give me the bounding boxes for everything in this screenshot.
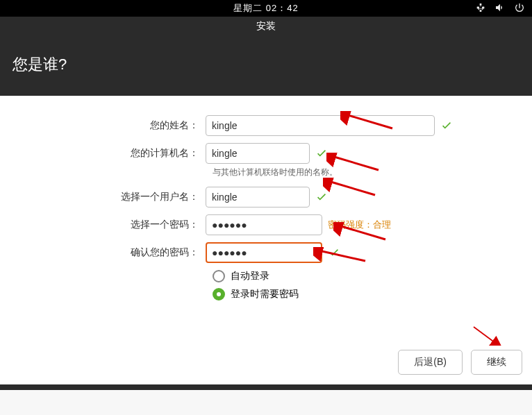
auto-login-label: 自动登录	[231, 270, 269, 282]
window-title: 安装	[256, 20, 276, 33]
clock: 星期二 02：42	[233, 2, 299, 15]
password-input[interactable]	[206, 214, 322, 235]
hostname-label: 您的计算机名：	[11, 147, 206, 160]
svg-rect-2	[483, 6, 485, 8]
system-topbar: 星期二 02：42	[0, 0, 532, 17]
volume-icon[interactable]	[494, 2, 506, 15]
confirm-input[interactable]	[206, 242, 322, 263]
name-label: 您的姓名：	[11, 119, 206, 132]
name-input[interactable]	[206, 115, 435, 136]
svg-rect-0	[480, 3, 482, 6]
radio-auto-login[interactable]: 自动登录	[213, 270, 521, 282]
hostname-input[interactable]	[206, 143, 310, 164]
check-icon	[328, 246, 340, 260]
row-name: 您的姓名：	[11, 115, 521, 136]
radio-icon	[213, 288, 225, 300]
row-confirm: 确认您的密码：	[11, 242, 521, 263]
power-icon[interactable]	[514, 2, 525, 15]
continue-button[interactable]: 继续	[471, 350, 522, 375]
username-input[interactable]	[206, 187, 310, 208]
svg-line-8	[474, 327, 494, 342]
row-hostname: 您的计算机名：	[11, 143, 521, 164]
check-icon	[440, 119, 453, 133]
window-titlebar: 安装	[0, 17, 532, 36]
arrow-annotation	[458, 325, 514, 348]
radio-icon	[213, 270, 225, 282]
svg-rect-1	[477, 6, 479, 8]
password-strength: 密码强度：合理	[328, 219, 391, 231]
bottom-bar	[0, 384, 532, 390]
require-password-label: 登录时需要密码	[231, 288, 299, 300]
hostname-hint: 与其他计算机联络时使用的名称。	[213, 167, 521, 178]
footer-buttons: 后退(B) 继续	[398, 350, 522, 375]
page-title: 您是谁?	[13, 56, 67, 73]
network-icon[interactable]	[475, 2, 486, 15]
check-icon	[315, 146, 328, 161]
installer-form: 您的姓名： 您的计算机名： 与其他计算机联络时使用的名称。 选择一个用户名： 选…	[0, 96, 532, 384]
system-tray	[475, 2, 525, 15]
back-button[interactable]: 后退(B)	[398, 350, 463, 375]
page-header: 您是谁?	[0, 36, 532, 96]
password-label: 选择一个密码：	[11, 219, 206, 231]
username-label: 选择一个用户名：	[11, 191, 206, 203]
row-password: 选择一个密码： 密码强度：合理	[11, 214, 521, 235]
check-icon	[315, 190, 328, 205]
row-username: 选择一个用户名：	[11, 187, 521, 208]
confirm-label: 确认您的密码：	[11, 246, 206, 259]
radio-require-password[interactable]: 登录时需要密码	[213, 288, 521, 300]
